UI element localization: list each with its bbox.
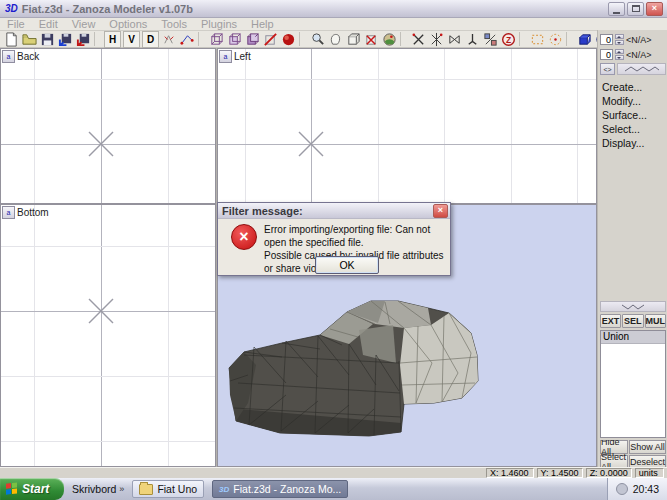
cube-view-icon[interactable] [344, 31, 362, 47]
title-bar: 3D Fiat.z3d - Zanoza Modeler v1.07b × [0, 0, 667, 18]
menu-plugins[interactable]: Plugins [194, 18, 244, 30]
swap-button[interactable]: <> [600, 63, 615, 75]
restore-button[interactable] [627, 2, 644, 16]
mode-ext-button[interactable]: EXT [600, 314, 621, 328]
spinner-down-icon[interactable] [615, 55, 624, 60]
toggle-d-button[interactable]: D [142, 31, 159, 48]
menu-file[interactable]: File [0, 18, 32, 30]
dialog-title: Filter message: [222, 205, 303, 217]
toolbar-separator [519, 32, 525, 46]
gridline [444, 49, 445, 203]
status-x-coordinate: X: 1.4600 [486, 468, 534, 478]
save-icon[interactable] [38, 31, 56, 47]
wire-box-3-icon[interactable] [243, 31, 261, 47]
dialog-title-bar[interactable]: Filter message: × [218, 203, 450, 219]
primitive-box-icon[interactable] [575, 31, 593, 47]
spinner-up-icon[interactable] [615, 34, 624, 39]
viewport-menu-button[interactable]: a [219, 50, 232, 63]
spinner-1-label: <N/A> [626, 35, 652, 45]
windows-flag-icon [6, 482, 18, 495]
viewport-bottom[interactable]: a Bottom [0, 204, 216, 467]
textured-sphere-icon[interactable] [380, 31, 398, 47]
mode-sel-button[interactable]: SEL [622, 314, 643, 328]
menu-options[interactable]: Options [102, 18, 154, 30]
taskbar-item-zmodeler[interactable]: 3D Fiat.z3d - Zanoza Mo... [212, 480, 348, 498]
spinner-row-1: 0 <N/A> [600, 33, 666, 46]
polyline-icon[interactable] [178, 31, 196, 47]
minimize-button[interactable] [608, 2, 625, 16]
filter-message-dialog: Filter message: × × Error importing/expo… [217, 202, 451, 276]
panel-link-surface[interactable]: Surface... [600, 109, 666, 121]
collapse-zigzag-button[interactable] [617, 63, 666, 75]
panel-link-modify[interactable]: Modify... [600, 95, 666, 107]
new-file-icon[interactable] [2, 31, 20, 47]
menu-view[interactable]: View [65, 18, 103, 30]
gridline [577, 49, 578, 203]
selection-listbox[interactable]: Union [600, 330, 666, 438]
gridline [101, 49, 102, 203]
gridline [34, 205, 35, 466]
gridline [378, 49, 379, 203]
select-all-button[interactable]: Select All [600, 455, 628, 467]
viewport-menu-button[interactable]: a [2, 50, 15, 63]
gridline [511, 49, 512, 203]
scale-tool-icon[interactable] [409, 31, 427, 47]
wire-box-icon[interactable] [207, 31, 225, 47]
panel-link-display[interactable]: Display... [600, 137, 666, 149]
tray-status-icon[interactable] [616, 483, 628, 495]
expand-chevron-button[interactable] [600, 301, 666, 312]
snap-tool-icon[interactable] [481, 31, 499, 47]
deselect-button[interactable]: Deselect [629, 455, 666, 467]
spinner-down-icon[interactable] [615, 40, 624, 45]
move-tool-icon[interactable] [463, 31, 481, 47]
cube-disabled-icon[interactable] [362, 31, 380, 47]
open-folder-icon[interactable] [20, 31, 38, 47]
zmodeler-logo-icon: 3D [219, 485, 229, 494]
box-disabled-icon[interactable] [261, 31, 279, 47]
viewport-left[interactable]: a Left [217, 48, 597, 204]
taskbar-item-fiat-uno[interactable]: Fiat Uno [132, 480, 204, 498]
list-item-union[interactable]: Union [601, 331, 665, 344]
spinner-up-icon[interactable] [615, 49, 624, 54]
red-sphere-icon[interactable] [279, 31, 297, 47]
dialog-close-button[interactable]: × [433, 204, 448, 218]
select-rect-icon[interactable] [528, 31, 546, 47]
save-all-icon[interactable] [56, 31, 74, 47]
rotate-tool-icon[interactable] [445, 31, 463, 47]
quick-launch-label: Skrivbord [72, 483, 116, 495]
origin-cross-icon [298, 131, 324, 157]
menu-edit[interactable]: Edit [32, 18, 65, 30]
toggle-h-button[interactable]: H [104, 31, 121, 48]
zoom-icon[interactable] [308, 31, 326, 47]
origin-cross-icon [88, 131, 114, 157]
viewport-back[interactable]: a Back [0, 48, 216, 204]
taskbar-clock: 20:43 [633, 483, 659, 495]
viewport-menu-button[interactable]: a [2, 206, 15, 219]
panel-link-select[interactable]: Select... [600, 123, 666, 135]
spinner-1-value[interactable]: 0 [600, 34, 613, 45]
quick-launch-toolbar[interactable]: Skrivbord » [72, 483, 124, 495]
close-button[interactable]: × [646, 2, 663, 16]
toggle-v-button[interactable]: V [123, 31, 140, 48]
status-z-coordinate: Z: 0.0000 [586, 468, 632, 478]
mode-mul-button[interactable]: MUL [645, 314, 667, 328]
select-circle-icon[interactable] [546, 31, 564, 47]
menu-tools[interactable]: Tools [154, 18, 194, 30]
show-all-button[interactable]: Show All [629, 440, 666, 454]
export-icon[interactable] [74, 31, 92, 47]
wire-box-2-icon[interactable] [225, 31, 243, 47]
pan-icon[interactable] [326, 31, 344, 47]
zigzag-icon [624, 66, 660, 72]
chevron-right-icon[interactable]: » [119, 484, 124, 494]
mirror-tool-icon[interactable] [427, 31, 445, 47]
start-button[interactable]: Start [0, 478, 64, 500]
start-label: Start [22, 482, 49, 496]
gridline [1, 376, 215, 377]
gridline [218, 144, 596, 145]
z-badge-icon[interactable]: Z [499, 31, 517, 47]
spinner-2-value[interactable]: 0 [600, 49, 613, 60]
axis-constraint-icon[interactable] [160, 31, 178, 47]
menu-help[interactable]: Help [244, 18, 281, 30]
ok-button[interactable]: OK [315, 256, 379, 274]
panel-link-create[interactable]: Create... [600, 81, 666, 93]
